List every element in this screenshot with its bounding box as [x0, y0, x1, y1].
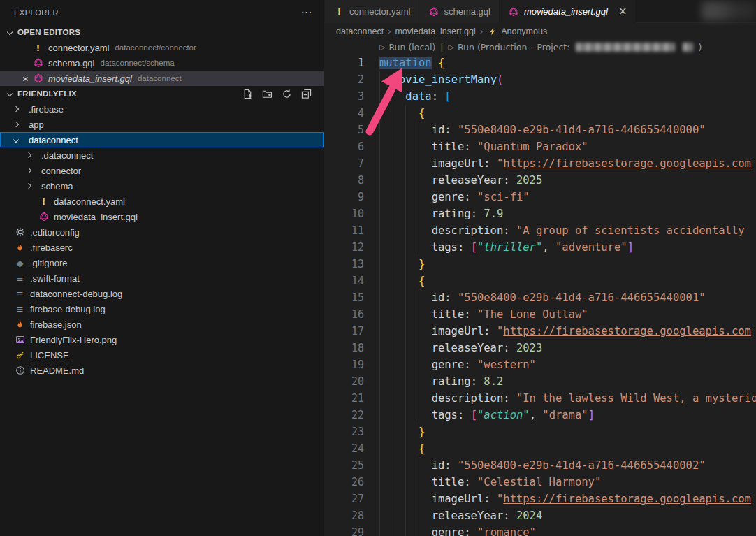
new-folder-icon[interactable] — [261, 88, 273, 99]
open-editor-schema.gql[interactable]: schema.gqldataconnect/schema — [0, 55, 324, 71]
code-line-4[interactable]: 4 { — [325, 105, 756, 122]
code-line-6[interactable]: 6 title: "Quantum Paradox" — [325, 138, 756, 155]
line-number[interactable]: 23 — [325, 423, 375, 440]
breadcrumb-file[interactable]: moviedata_insert.gql — [395, 27, 475, 36]
code-line-26[interactable]: 26 title: "Celestial Harmony" — [325, 474, 756, 491]
code-line-13[interactable]: 13 } — [325, 256, 756, 273]
code-line-25[interactable]: 25 id: "550e8400-e29b-41d4-a716-44665544… — [325, 457, 756, 474]
code-line-22[interactable]: 22 tags: ["action", "drama"] — [325, 407, 756, 423]
tab-schema.gql[interactable]: schema.gql — [419, 0, 499, 23]
project-section-header[interactable]: FRIENDLYFLIX — [0, 86, 324, 101]
tree-item-dataconnect-debug.log[interactable]: ≡dataconnect-debug.log — [0, 286, 324, 301]
code-line-16[interactable]: 16 title: "The Lone Outlaw" — [325, 306, 756, 323]
breadcrumb-folder[interactable]: dataconnect — [336, 27, 384, 36]
run-production-link[interactable]: ▷ Run (Production – Project: ) — [449, 42, 702, 52]
line-number[interactable]: 1 — [325, 55, 375, 71]
line-number[interactable]: 5 — [325, 122, 375, 138]
line-number[interactable]: 16 — [325, 306, 375, 323]
code-line-29[interactable]: 29 genre: "romance" — [325, 524, 756, 536]
code-line-12[interactable]: 12 tags: ["thriller", "adventure"] — [325, 239, 756, 256]
new-file-icon[interactable] — [242, 88, 254, 99]
line-number[interactable]: 29 — [325, 524, 375, 536]
line-content: data: [ — [379, 88, 451, 105]
line-number[interactable]: 9 — [325, 189, 375, 205]
line-number[interactable]: 7 — [325, 155, 375, 172]
code-line-19[interactable]: 19 genre: "western" — [325, 356, 756, 373]
breadcrumb-symbol[interactable]: Anonymous — [501, 27, 547, 36]
tree-item-dataconnect.yaml[interactable]: !dataconnect.yaml — [0, 194, 324, 209]
collapse-all-icon[interactable] — [300, 88, 312, 99]
close-tab-icon[interactable]: × — [618, 6, 627, 17]
code-line-1[interactable]: 1mutation { — [325, 55, 756, 71]
code-line-14[interactable]: 14 { — [325, 273, 756, 289]
tree-item-FriendlyFlix-Hero.png[interactable]: FriendlyFlix-Hero.png — [0, 332, 324, 347]
line-content: title: "Celestial Harmony" — [379, 474, 601, 491]
line-number[interactable]: 11 — [325, 222, 375, 239]
code-line-7[interactable]: 7 imageUrl: "https://firebasestorage.goo… — [325, 155, 756, 172]
line-number[interactable]: 3 — [325, 88, 375, 105]
tree-item-schema[interactable]: schema — [0, 178, 324, 194]
run-local-link[interactable]: ▷ Run (local) — [379, 42, 435, 52]
line-number[interactable]: 26 — [325, 474, 375, 491]
tree-item-moviedata_insert.gql[interactable]: moviedata_insert.gql — [0, 209, 324, 224]
line-number[interactable]: 14 — [325, 273, 375, 289]
code-line-3[interactable]: 3 data: [ — [325, 88, 756, 105]
line-number[interactable]: 21 — [325, 390, 375, 407]
tree-item-app[interactable]: app — [0, 117, 324, 132]
tree-item-connector[interactable]: connector — [0, 163, 324, 178]
open-editor-connector.yaml[interactable]: !connector.yamldataconnect/connector — [0, 40, 324, 55]
line-number[interactable]: 28 — [325, 507, 375, 524]
tab-moviedata_insert.gql[interactable]: moviedata_insert.gql× — [500, 0, 637, 23]
tab-connector.yaml[interactable]: !connector.yaml — [325, 0, 419, 23]
code-line-15[interactable]: 15 id: "550e8400-e29b-41d4-a716-44665544… — [325, 289, 756, 306]
tree-item-.dataconnect[interactable]: .dataconnect — [0, 147, 324, 163]
tree-item-firebase.json[interactable]: firebase.json — [0, 317, 324, 332]
line-number[interactable]: 15 — [325, 289, 375, 306]
line-number[interactable]: 6 — [325, 138, 375, 155]
tree-item-.gitignore[interactable]: ◆.gitignore — [0, 255, 324, 270]
line-number[interactable]: 2 — [325, 71, 375, 88]
line-number[interactable]: 20 — [325, 373, 375, 390]
code-line-23[interactable]: 23 } — [325, 423, 756, 440]
tree-item-LICENSE[interactable]: LICENSE — [0, 347, 324, 363]
line-number[interactable]: 17 — [325, 323, 375, 340]
code-line-24[interactable]: 24 { — [325, 440, 756, 457]
tree-item-.swift-format[interactable]: ≡.swift-format — [0, 270, 324, 286]
line-number[interactable]: 24 — [325, 440, 375, 457]
code-line-5[interactable]: 5 id: "550e8400-e29b-41d4-a716-446655440… — [325, 122, 756, 138]
code-line-27[interactable]: 27 imageUrl: "https://firebasestorage.go… — [325, 491, 756, 507]
line-number[interactable]: 27 — [325, 491, 375, 507]
line-number[interactable]: 18 — [325, 340, 375, 356]
code-line-10[interactable]: 10 rating: 7.9 — [325, 205, 756, 222]
code-line-2[interactable]: 2 movie_insertMany( — [325, 71, 756, 88]
code-line-21[interactable]: 21 description: "In the lawless Wild Wes… — [325, 390, 756, 407]
line-number[interactable]: 19 — [325, 356, 375, 373]
line-number[interactable]: 13 — [325, 256, 375, 273]
close-editor-icon[interactable]: × — [19, 73, 32, 84]
file-path: dataconnect — [138, 74, 182, 82]
line-number[interactable]: 10 — [325, 205, 375, 222]
tree-item-.editorconfig[interactable]: .editorconfig — [0, 224, 324, 240]
code-line-20[interactable]: 20 rating: 8.2 — [325, 373, 756, 390]
code-line-17[interactable]: 17 imageUrl: "https://firebasestorage.go… — [325, 323, 756, 340]
tree-item-README.md[interactable]: README.md — [0, 363, 324, 378]
open-editors-section-header[interactable]: OPEN EDITORS — [0, 24, 324, 40]
tree-item-.firebaserc[interactable]: .firebaserc — [0, 240, 324, 255]
code-line-18[interactable]: 18 releaseYear: 2023 — [325, 340, 756, 356]
more-actions-icon[interactable]: ⋯ — [301, 6, 313, 19]
code-line-11[interactable]: 11 description: "A group of scientists a… — [325, 222, 756, 239]
line-number[interactable]: 22 — [325, 407, 375, 423]
refresh-icon[interactable] — [281, 88, 293, 99]
line-number[interactable]: 12 — [325, 239, 375, 256]
code-line-9[interactable]: 9 genre: "sci-fi" — [325, 189, 756, 205]
code-line-28[interactable]: 28 releaseYear: 2024 — [325, 507, 756, 524]
code-line-8[interactable]: 8 releaseYear: 2025 — [325, 172, 756, 189]
code-editor[interactable]: ▷ Run (local) | ▷ Run (Production – Proj… — [325, 39, 756, 536]
line-number[interactable]: 25 — [325, 457, 375, 474]
line-number[interactable]: 8 — [325, 172, 375, 189]
tree-item-dataconnect[interactable]: dataconnect — [0, 132, 324, 147]
line-number[interactable]: 4 — [325, 105, 375, 122]
tree-item-firebase-debug.log[interactable]: ≡firebase-debug.log — [0, 301, 324, 317]
open-editor-moviedata_insert.gql[interactable]: ×moviedata_insert.gqldataconnect — [0, 71, 324, 86]
tree-item-.firebase[interactable]: .firebase — [0, 101, 324, 117]
